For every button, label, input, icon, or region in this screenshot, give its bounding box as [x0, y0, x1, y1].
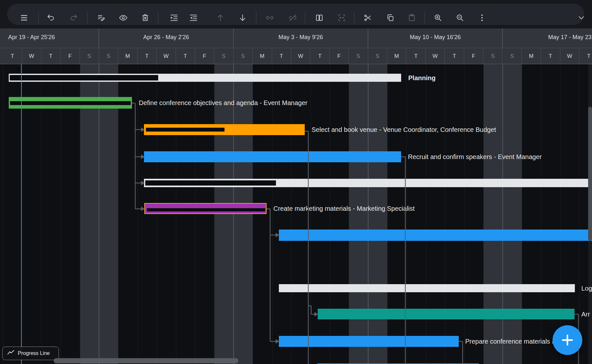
redo-icon [69, 13, 78, 22]
day-header-cell: S [502, 48, 521, 64]
day-header-cell: T [541, 48, 560, 64]
day-header-cell: M [387, 48, 406, 64]
delete-icon[interactable] [141, 13, 150, 22]
toolbar-divider [305, 12, 305, 24]
day-header-cell: M [522, 48, 541, 64]
week-header-label: Apr 19 - Apr 25'26 [0, 34, 99, 41]
day-gridline [41, 64, 42, 364]
eye-icon[interactable] [119, 13, 128, 22]
copy-icon[interactable] [386, 13, 395, 22]
link-icon [265, 13, 274, 22]
day-header-cell: T [310, 48, 329, 64]
menu-icon[interactable] [20, 13, 29, 22]
weekend-column-shade [234, 64, 253, 364]
outdent-icon[interactable] [189, 13, 198, 22]
progress-line-label: Progress Line [18, 350, 50, 356]
toolbar-divider [425, 12, 425, 24]
progress-line-button[interactable]: Progress Line [2, 347, 59, 360]
indent-icon[interactable] [170, 13, 179, 22]
toolbar-divider [87, 12, 88, 24]
day-header-cell: T [406, 48, 425, 64]
week-header-cell: Apr 19 - Apr 25'26 [0, 28, 99, 48]
day-gridline [60, 64, 61, 364]
task-recruit-speakers[interactable] [144, 151, 401, 162]
day-header-cell: W [560, 48, 579, 64]
day-gridline [272, 64, 272, 364]
day-header-cell: F [195, 48, 214, 64]
undo-icon[interactable] [46, 13, 55, 22]
task-select-venue[interactable] [144, 124, 305, 135]
day-gridline [22, 64, 22, 364]
arrow-up-icon [216, 13, 225, 22]
unlink-icon [288, 13, 297, 22]
task-progress-stripe [10, 101, 131, 105]
task-progress-inner [10, 75, 158, 80]
task-summary-unnamed[interactable] [144, 179, 592, 187]
toolbar-divider [354, 12, 355, 24]
week-header-cell: May 10 - May 16'26 [368, 28, 503, 48]
zoom-in-icon[interactable] [433, 13, 443, 22]
toolbar-divider [158, 12, 159, 24]
paste-icon [407, 13, 416, 22]
day-gridline [3, 64, 3, 364]
task-arrange[interactable] [318, 309, 575, 319]
day-header-cell: F [60, 48, 80, 64]
week-header-cell: Apr 26 - May 2'26 [99, 28, 234, 48]
task-define-objectives[interactable] [9, 97, 132, 109]
day-gridline [253, 64, 253, 364]
day-header-cell: F [330, 48, 349, 64]
today-marker-line [21, 64, 22, 364]
week-gridline [99, 64, 99, 364]
week-header-cell: May 3 - May 9'26 [234, 28, 368, 48]
toolbar-divider [256, 12, 257, 24]
add-task-fab[interactable] [553, 325, 582, 355]
day-header-cell: T [41, 48, 60, 64]
day-header-cell: T [176, 48, 195, 64]
day-header-cell: T [579, 48, 592, 64]
trend-line-icon [7, 350, 15, 357]
gantt-chart-body: PlanningDefine conference objectives and… [0, 64, 592, 364]
horizontal-scrollbar-thumb[interactable] [54, 358, 238, 363]
week-header-label: May 10 - May 16'26 [368, 34, 502, 41]
task-label: Define conference objectives and agenda … [139, 99, 307, 107]
gantt-app: Apr 19 - Apr 25'26Apr 26 - May 2'26May 3… [0, 0, 592, 364]
edit-list-icon[interactable] [97, 13, 106, 22]
timeline-week-header: Apr 19 - Apr 25'26Apr 26 - May 2'26May 3… [0, 28, 592, 48]
task-logistics[interactable] [279, 284, 575, 292]
day-gridline [291, 64, 291, 364]
split-view-icon[interactable] [315, 13, 324, 22]
day-gridline [579, 64, 580, 364]
task-prepare-materials[interactable] [279, 336, 459, 347]
day-header-cell: F [464, 48, 483, 64]
day-header-cell: T [272, 48, 291, 64]
zoom-out-icon[interactable] [455, 13, 465, 22]
task-blue-long[interactable] [279, 230, 592, 241]
day-gridline [118, 64, 118, 364]
day-header-cell: S [349, 48, 368, 64]
task-label: Recruit and confirm speakers - Event Man… [408, 153, 542, 161]
task-planning[interactable] [9, 74, 401, 82]
task-progress-stripe [146, 128, 225, 132]
day-gridline [137, 64, 138, 364]
day-gridline [310, 64, 311, 364]
timeline-day-header: TWTFSSMTWTFSSMTWTFSSMTWTFSSMTWT [0, 48, 592, 64]
task-create-marketing[interactable] [144, 203, 267, 214]
day-header-cell: M [118, 48, 137, 64]
day-header-cell: S [99, 48, 118, 64]
week-header-label: Apr 26 - May 2'26 [99, 34, 233, 41]
collapse-arrows-icon [337, 13, 346, 22]
cut-icon[interactable] [363, 13, 372, 22]
day-header-cell: T [137, 48, 157, 64]
weekend-column-shade [214, 64, 233, 364]
chevron-down-icon[interactable] [577, 13, 586, 22]
week-header-label: May 17 - May 23 [503, 34, 592, 41]
vertical-scrollbar-thumb[interactable] [588, 107, 592, 241]
day-header-cell: S [483, 48, 502, 64]
week-header-cell: May 17 - May 23 [503, 28, 592, 48]
task-label: Select and book venue - Venue Coordinato… [312, 126, 496, 134]
kebab-icon[interactable] [477, 13, 487, 22]
task-progress-inner [145, 180, 276, 186]
arrow-down-icon[interactable] [238, 13, 247, 22]
day-gridline [176, 64, 176, 364]
day-gridline [195, 64, 195, 364]
